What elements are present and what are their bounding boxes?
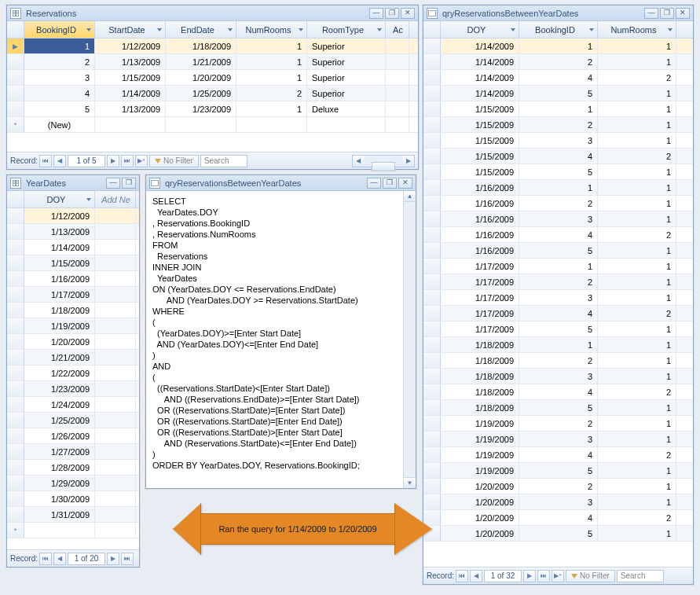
cell-doy[interactable]: 1/18/2009: [441, 353, 519, 368]
minimize-button[interactable]: —: [106, 178, 120, 189]
table-row[interactable]: 1/26/2009: [7, 428, 139, 444]
rowhead-new[interactable]: *: [7, 523, 24, 538]
table-row[interactable]: 1/20/2009: [7, 334, 139, 350]
cell-numrooms[interactable]: 1: [598, 117, 676, 132]
cell-bookingid[interactable]: 1: [519, 101, 598, 116]
cell-doy[interactable]: 1/16/2009: [441, 180, 519, 195]
rowhead[interactable]: [423, 196, 441, 211]
cell-numrooms[interactable]: 1: [598, 211, 676, 226]
cell-roomtype[interactable]: Deluxe: [307, 101, 386, 116]
table-row[interactable]: 1/15/200921: [423, 117, 693, 133]
cell-bookingid[interactable]: 2: [24, 54, 95, 69]
cell-doy[interactable]: 1/18/2009: [441, 337, 519, 352]
col-numrooms[interactable]: NumRooms: [598, 21, 676, 38]
scroll-down-icon[interactable]: ▼: [404, 477, 416, 488]
rowhead[interactable]: [423, 101, 441, 116]
rowhead[interactable]: [7, 287, 24, 302]
col-bookingid[interactable]: BookingID: [519, 21, 598, 38]
table-row[interactable]: 1/15/200951: [423, 164, 693, 180]
restore-button[interactable]: ❐: [385, 8, 399, 19]
cell-doy[interactable]: 1/16/2009: [441, 227, 519, 242]
cell-roomtype[interactable]: Superior: [307, 39, 386, 53]
table-row[interactable]: 1/14/200921: [423, 54, 693, 70]
table-row[interactable]: 1/14/2009: [7, 240, 139, 255]
cell-doy[interactable]: 1/18/2009: [441, 384, 519, 399]
table-row[interactable]: 1/20/200921: [423, 479, 693, 494]
cell-numrooms[interactable]: 1: [598, 54, 676, 69]
nav-prev[interactable]: ◀: [53, 155, 66, 167]
cell-roomtype[interactable]: Superior: [307, 70, 386, 85]
cell-numrooms[interactable]: 1: [598, 86, 676, 101]
cell-doy[interactable]: 1/19/2009: [441, 416, 519, 431]
rowhead[interactable]: ▶: [7, 39, 24, 53]
cell-doy[interactable]: 1/21/2009: [24, 350, 95, 365]
rowhead[interactable]: [423, 86, 441, 101]
nav-first[interactable]: ⏮: [39, 553, 52, 565]
cell-enddate[interactable]: 1/21/2009: [166, 54, 236, 69]
rowhead[interactable]: [7, 271, 24, 286]
table-row[interactable]: 1/16/200911: [423, 180, 693, 196]
table-row[interactable]: 1/30/2009: [7, 491, 139, 507]
cell-numrooms[interactable]: 1: [598, 337, 676, 352]
cell-numrooms[interactable]: 1: [236, 101, 307, 116]
cell-doy[interactable]: 1/18/2009: [441, 369, 519, 384]
cell-numrooms[interactable]: 1: [598, 101, 676, 116]
cell-doy[interactable]: 1/20/2009: [441, 494, 519, 509]
rowhead[interactable]: [7, 350, 24, 365]
rowhead-corner[interactable]: [7, 191, 24, 208]
table-row[interactable]: 1/16/200931: [423, 211, 693, 227]
cell-bookingid[interactable]: 5: [519, 400, 598, 415]
cell-numrooms[interactable]: 2: [598, 227, 676, 242]
cell-doy[interactable]: 1/23/2009: [24, 381, 95, 396]
cell-numrooms[interactable]: 2: [598, 510, 676, 525]
cell-bookingid[interactable]: 5: [519, 243, 598, 258]
rowhead[interactable]: [423, 243, 441, 258]
rowhead[interactable]: [7, 507, 24, 522]
table-row[interactable]: 1/17/200951: [423, 321, 693, 337]
titlebar[interactable]: qryReservationsBetweenYearDates — ❐ ✕: [146, 175, 416, 191]
rowhead[interactable]: [423, 39, 441, 53]
nav-position[interactable]: 1 of 5: [68, 155, 105, 167]
cell-numrooms[interactable]: 1: [598, 243, 676, 258]
cell-enddate[interactable]: 1/23/2009: [166, 101, 236, 116]
cell-numrooms[interactable]: 2: [598, 149, 676, 163]
cell-numrooms[interactable]: 1: [236, 39, 307, 53]
table-row[interactable]: 1/18/200951: [423, 400, 693, 416]
cell-doy[interactable]: 1/14/2009: [24, 240, 95, 255]
cell-bookingid[interactable]: 4: [24, 86, 95, 101]
table-row[interactable]: 1/16/200951: [423, 243, 693, 259]
vscrollbar[interactable]: ▲ ▼: [403, 191, 416, 488]
filter-button[interactable]: No Filter: [149, 155, 199, 167]
cell-startdate[interactable]: 1/12/2009: [95, 39, 166, 53]
cell-bookingid[interactable]: 3: [519, 432, 598, 446]
rowhead[interactable]: [7, 54, 24, 69]
rowhead[interactable]: [7, 476, 24, 490]
cell-bookingid[interactable]: 2: [519, 117, 598, 132]
table-row[interactable]: 1/17/200931: [423, 290, 693, 306]
minimize-button[interactable]: —: [367, 178, 381, 189]
cell-bookingid[interactable]: 1: [519, 259, 598, 274]
cell-bookingid[interactable]: 5: [519, 463, 598, 478]
rowhead[interactable]: [7, 491, 24, 506]
cell-empty[interactable]: [95, 303, 136, 318]
cell-bookingid[interactable]: 1: [519, 337, 598, 352]
close-button[interactable]: ✕: [398, 178, 412, 189]
rowhead[interactable]: [423, 133, 441, 148]
cell-bookingid[interactable]: 4: [519, 227, 598, 242]
table-row[interactable]: 1/14/200911: [423, 39, 693, 54]
table-row[interactable]: 1/14/200951: [423, 86, 693, 101]
cell-extra[interactable]: [386, 101, 409, 116]
cell-bookingid[interactable]: 1: [519, 39, 598, 53]
cell-doy[interactable]: 1/19/2009: [441, 432, 519, 446]
cell-doy[interactable]: 1/30/2009: [24, 491, 95, 506]
rowhead[interactable]: [423, 321, 441, 336]
cell-numrooms[interactable]: 1: [598, 164, 676, 179]
cell-bookingid[interactable]: 5: [519, 526, 598, 541]
cell-empty[interactable]: [95, 255, 136, 270]
rowhead[interactable]: [423, 259, 441, 274]
cell-doy[interactable]: 1/19/2009: [441, 447, 519, 462]
table-row[interactable]: 1/20/200931: [423, 494, 693, 510]
rowhead[interactable]: [423, 149, 441, 163]
table-row[interactable]: 1/23/2009: [7, 381, 139, 397]
cell-empty[interactable]: [95, 365, 136, 380]
